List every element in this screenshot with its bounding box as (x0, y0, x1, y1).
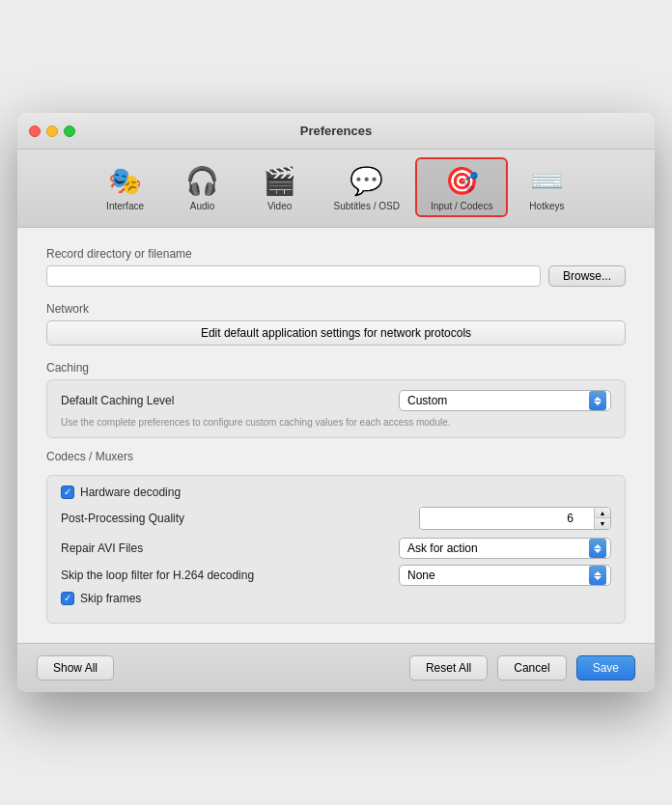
browse-button[interactable]: Browse... (548, 265, 626, 287)
preferences-window: Preferences 🎭 Interface 🎧 Audio 🎬 Video … (17, 113, 655, 692)
skip-frames-label: Skip frames (80, 592, 141, 605)
hardware-decoding-checkbox[interactable]: ✓ (61, 486, 74, 499)
checkmark-icon: ✓ (64, 487, 71, 497)
pp-quality-down-button[interactable]: ▼ (595, 518, 610, 529)
footer: Show All Reset All Cancel Save (17, 643, 655, 692)
audio-label: Audio (190, 201, 215, 211)
maximize-button[interactable] (64, 125, 75, 137)
video-label: Video (267, 201, 292, 211)
hardware-decoding-label: Hardware decoding (80, 486, 181, 499)
codecs-section-label: Codecs / Muxers (46, 450, 626, 463)
default-caching-row: Default Caching Level Custom Lowest late… (61, 390, 611, 411)
hotkeys-icon: ⌨️ (529, 163, 564, 198)
default-caching-label: Default Caching Level (61, 394, 174, 407)
pp-quality-input[interactable] (420, 508, 594, 529)
loop-filter-row: Skip the loop filter for H.264 decoding … (61, 565, 611, 586)
toolbar-item-interface[interactable]: 🎭 Interface (87, 157, 164, 217)
input-label: Input / Codecs (431, 201, 492, 211)
interface-icon: 🎭 (108, 163, 143, 198)
caching-hint: Use the complete preferences to configur… (61, 417, 611, 428)
traffic-lights (29, 125, 75, 137)
repair-avi-select[interactable]: Ask for action Never Always (400, 541, 610, 555)
record-input-row: Browse... (46, 265, 626, 287)
record-input[interactable] (46, 265, 541, 287)
window-title: Preferences (300, 124, 372, 138)
pp-quality-label: Post-Processing Quality (61, 512, 184, 525)
skip-frames-row: ✓ Skip frames (61, 592, 611, 605)
hardware-decoding-row: ✓ Hardware decoding (61, 486, 611, 499)
footer-left: Show All (37, 655, 114, 680)
close-button[interactable] (29, 125, 41, 137)
loop-filter-select[interactable]: None Non-ref Bidir Non-key All (400, 569, 610, 582)
toolbar-item-hotkeys[interactable]: ⌨️ Hotkeys (508, 157, 585, 217)
repair-avi-select-control: Ask for action Never Always (399, 538, 611, 559)
pp-quality-stepper: ▲ ▼ (594, 508, 610, 529)
show-all-button[interactable]: Show All (37, 655, 114, 680)
video-icon: 🎬 (263, 163, 297, 198)
codecs-section-wrapper: Codecs / Muxers ✓ Hardware decoding Post… (46, 450, 626, 624)
titlebar: Preferences (17, 113, 655, 150)
input-icon: 🎯 (444, 163, 479, 198)
pp-quality-row: Post-Processing Quality ▲ ▼ (61, 507, 611, 530)
skip-frames-checkbox[interactable]: ✓ (61, 592, 74, 605)
cancel-button[interactable]: Cancel (497, 655, 566, 680)
reset-all-button[interactable]: Reset All (409, 655, 488, 680)
caching-level-select[interactable]: Custom Lowest latency Low latency Normal… (400, 394, 610, 407)
network-edit-button[interactable]: Edit default application settings for ne… (46, 320, 626, 346)
loop-filter-select-control: None Non-ref Bidir Non-key All (399, 565, 611, 586)
loop-filter-label: Skip the loop filter for H.264 decoding (61, 569, 254, 582)
footer-right: Reset All Cancel Save (409, 655, 635, 680)
record-section: Record directory or filename Browse... (46, 247, 626, 287)
subtitles-label: Subtitles / OSD (334, 201, 400, 211)
caching-section-label: Caching (46, 361, 626, 375)
subtitles-icon: 💬 (350, 163, 384, 198)
toolbar-item-input[interactable]: 🎯 Input / Codecs (415, 157, 508, 217)
minimize-button[interactable] (46, 125, 58, 137)
network-section: Network Edit default application setting… (46, 302, 626, 346)
caching-level-select-control: Custom Lowest latency Low latency Normal… (399, 390, 611, 411)
toolbar-item-video[interactable]: 🎬 Video (241, 157, 319, 217)
caching-section-wrapper: Caching Default Caching Level Custom Low… (46, 361, 626, 438)
toolbar: 🎭 Interface 🎧 Audio 🎬 Video 💬 Subtitles … (17, 150, 655, 228)
main-content: Record directory or filename Browse... N… (17, 228, 655, 643)
audio-icon: 🎧 (185, 163, 220, 198)
repair-avi-label: Repair AVI Files (61, 541, 143, 555)
interface-label: Interface (106, 201, 144, 211)
toolbar-item-audio[interactable]: 🎧 Audio (164, 157, 241, 217)
save-button[interactable]: Save (576, 655, 635, 680)
pp-quality-up-button[interactable]: ▲ (595, 508, 610, 518)
skip-frames-checkmark-icon: ✓ (64, 594, 71, 603)
codecs-section: ✓ Hardware decoding Post-Processing Qual… (46, 475, 626, 624)
network-label: Network (46, 302, 626, 316)
repair-avi-row: Repair AVI Files Ask for action Never Al… (61, 538, 611, 559)
caching-section: Default Caching Level Custom Lowest late… (46, 379, 626, 438)
hotkeys-label: Hotkeys (529, 201, 564, 211)
toolbar-item-subtitles[interactable]: 💬 Subtitles / OSD (319, 157, 415, 217)
record-label: Record directory or filename (46, 247, 626, 261)
pp-quality-input-wrap: ▲ ▼ (419, 507, 611, 530)
